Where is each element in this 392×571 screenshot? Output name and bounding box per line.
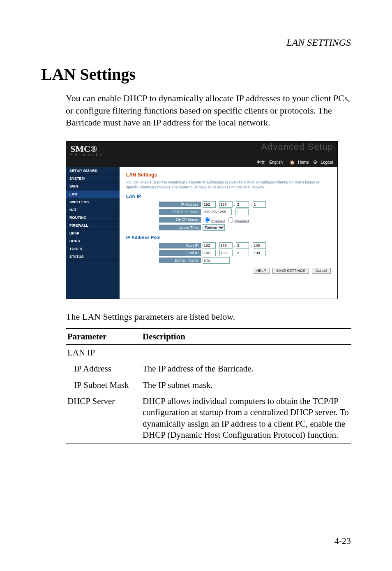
help-button[interactable]: HELP <box>253 268 270 274</box>
sidebar-item-wan[interactable]: WAN <box>66 183 120 190</box>
ip-octet-1[interactable] <box>203 201 216 208</box>
desc-ip-address: The IP address of the Barricade. <box>141 361 351 377</box>
sidebar-item-tools[interactable]: TOOLS <box>66 245 120 253</box>
lease-time-select[interactable]: Forever <box>203 224 225 231</box>
table-row: DHCP Server DHCP allows individual compu… <box>66 393 351 443</box>
end-ip-2[interactable] <box>219 250 233 256</box>
param-lan-ip: LAN IP <box>66 345 141 361</box>
end-ip-1[interactable] <box>203 250 216 256</box>
dhcp-disabled-radio[interactable] <box>228 217 233 223</box>
sidebar-item-nat[interactable]: NAT <box>66 206 120 214</box>
ip-octet-2[interactable] <box>219 201 233 208</box>
logout-link[interactable]: Logout <box>321 160 333 165</box>
sidebar-item-routing[interactable]: ROUTING <box>66 214 120 222</box>
start-ip-4[interactable] <box>253 242 266 249</box>
table-row: IP Address The IP address of the Barrica… <box>66 361 351 377</box>
table-header-parameter: Parameter <box>66 329 141 345</box>
domain-name-input[interactable] <box>203 257 230 264</box>
parameter-table: Parameter Description LAN IP IP Address … <box>66 328 351 443</box>
param-dhcp-server: DHCP Server <box>66 393 141 443</box>
param-ip-address: IP Address <box>66 361 141 377</box>
sidebar-item-wireless[interactable]: WIRELESS <box>66 198 120 206</box>
intro-paragraph: You can enable DHCP to dynamically alloc… <box>66 92 351 129</box>
end-ip-3[interactable] <box>236 250 249 256</box>
sidebar-item-system[interactable]: SYSTEM <box>66 175 120 183</box>
table-row: LAN IP <box>66 345 351 361</box>
desc-lan-ip <box>141 345 351 361</box>
dhcp-disabled-label: Disabled <box>235 219 249 223</box>
content-title: LAN Settings <box>126 172 331 178</box>
top-nav-bar: 中文 English 🏠Home ⦿Logout <box>66 158 337 167</box>
sidebar-nav: SETUP WIZARD SYSTEM WAN LAN WIRELESS NAT… <box>66 167 120 299</box>
cancel-button[interactable]: Cancel <box>312 268 331 274</box>
smc-logo-subtitle: N e t w o r k s <box>70 153 103 156</box>
save-settings-button[interactable]: SAVE SETTINGS <box>272 268 309 274</box>
domain-name-label: Domain Name <box>159 258 201 263</box>
lang-cn-link[interactable]: 中文 <box>257 160 265 165</box>
lang-en-link[interactable]: English <box>269 160 283 165</box>
dhcp-enabled-label: Enabled <box>211 219 225 223</box>
start-ip-1[interactable] <box>203 242 216 249</box>
sidebar-item-setup-wizard[interactable]: SETUP WIZARD <box>66 167 120 175</box>
page-header: LAN SETTINGS <box>41 37 351 48</box>
page-number: 4-23 <box>334 536 351 546</box>
subnet-label: IP Subnet Mask <box>159 209 201 215</box>
sidebar-item-upnp[interactable]: UPnP <box>66 230 120 237</box>
start-ip-3[interactable] <box>236 242 249 249</box>
sidebar-item-lan[interactable]: LAN <box>66 190 120 198</box>
start-ip-2[interactable] <box>219 242 233 249</box>
desc-subnet-mask: The IP subnet mask. <box>141 377 351 393</box>
content-description: You can enable DHCP to dynamically alloc… <box>126 180 331 190</box>
ip-octet-4[interactable] <box>253 201 266 208</box>
home-link[interactable]: Home <box>298 160 309 165</box>
subnet-octet-4[interactable] <box>235 209 249 215</box>
ip-octet-3[interactable] <box>236 201 249 208</box>
ip-address-label: IP Address <box>159 202 201 207</box>
dhcp-server-label: DHCP Server <box>159 217 201 223</box>
subnet-prefix: 255.255. <box>203 210 218 214</box>
subnet-octet-3[interactable] <box>219 209 232 215</box>
start-ip-label: Start IP <box>159 243 201 248</box>
router-screenshot: SMC® N e t w o r k s Advanced Setup 中文 E… <box>66 141 338 299</box>
lan-ip-section-header: LAN IP <box>126 194 331 199</box>
end-ip-4[interactable] <box>253 250 266 256</box>
advanced-setup-title: Advanced Setup <box>261 142 333 152</box>
dhcp-enabled-radio[interactable] <box>205 217 210 223</box>
end-ip-label: End IP <box>159 250 201 256</box>
sidebar-item-ddns[interactable]: DDNS <box>66 237 120 245</box>
table-caption: The LAN Settings parameters are listed b… <box>66 311 351 322</box>
ip-pool-section-header: IP Address Pool <box>126 235 331 240</box>
lease-time-label: Lease Time <box>159 225 201 230</box>
table-header-description: Description <box>141 329 351 345</box>
main-heading: LAN Settings <box>41 65 351 84</box>
table-row: IP Subnet Mask The IP subnet mask. <box>66 377 351 393</box>
desc-dhcp-server: DHCP allows individual computers to obta… <box>141 393 351 443</box>
sidebar-item-status[interactable]: STATUS <box>66 253 120 261</box>
sidebar-item-firewall[interactable]: FIREWALL <box>66 222 120 230</box>
param-subnet-mask: IP Subnet Mask <box>66 377 141 393</box>
